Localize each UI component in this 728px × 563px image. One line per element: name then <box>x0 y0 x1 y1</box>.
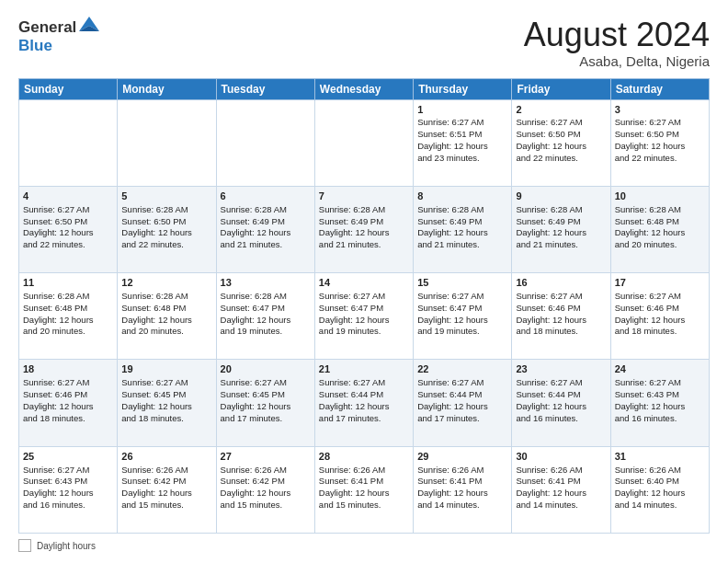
calendar-cell: 5Sunrise: 6:28 AMSunset: 6:50 PMDaylight… <box>118 186 216 272</box>
cell-line: Sunset: 6:50 PM <box>516 129 606 141</box>
cell-line: and 14 minutes. <box>417 500 507 511</box>
cell-line: and 16 minutes. <box>615 413 705 425</box>
cell-line: Sunset: 6:49 PM <box>516 216 606 228</box>
cell-line: Sunrise: 6:28 AM <box>516 204 606 216</box>
cell-line: Daylight: 12 hours <box>417 141 507 153</box>
cell-line: and 18 minutes. <box>615 326 705 338</box>
cell-line: Sunrise: 6:27 AM <box>516 291 606 303</box>
day-number: 17 <box>615 276 705 290</box>
calendar-cell: 16Sunrise: 6:27 AMSunset: 6:46 PMDayligh… <box>512 273 610 360</box>
cell-line: and 20 minutes. <box>121 326 211 338</box>
calendar-day-header: Friday <box>512 78 610 99</box>
calendar-cell: 14Sunrise: 6:27 AMSunset: 6:47 PMDayligh… <box>314 273 413 360</box>
day-number: 18 <box>23 362 113 376</box>
day-number: 28 <box>319 450 409 464</box>
cell-line: Sunset: 6:47 PM <box>319 303 409 315</box>
subtitle: Asaba, Delta, Nigeria <box>524 53 710 69</box>
cell-line: and 14 minutes. <box>615 500 705 511</box>
cell-line: Daylight: 12 hours <box>221 227 311 239</box>
daylight-label: Daylight hours <box>37 541 96 551</box>
cell-line: Sunset: 6:45 PM <box>221 389 311 401</box>
cell-line: Daylight: 12 hours <box>516 488 606 500</box>
calendar-cell: 10Sunrise: 6:28 AMSunset: 6:48 PMDayligh… <box>610 186 709 272</box>
calendar-day-header: Tuesday <box>216 78 314 99</box>
cell-line: Daylight: 12 hours <box>615 401 705 413</box>
cell-line: Sunrise: 6:27 AM <box>23 465 113 477</box>
day-number: 6 <box>221 190 311 203</box>
cell-line: Sunrise: 6:27 AM <box>417 117 507 129</box>
cell-line: Sunset: 6:44 PM <box>417 389 507 401</box>
cell-line: Sunrise: 6:28 AM <box>221 291 311 303</box>
calendar-week-row: 1Sunrise: 6:27 AMSunset: 6:51 PMDaylight… <box>19 99 710 186</box>
cell-line: Sunset: 6:51 PM <box>417 129 507 141</box>
cell-line: Sunrise: 6:28 AM <box>23 291 113 303</box>
cell-line: and 20 minutes. <box>23 326 113 338</box>
calendar-cell: 17Sunrise: 6:27 AMSunset: 6:46 PMDayligh… <box>610 273 709 360</box>
calendar-cell: 31Sunrise: 6:26 AMSunset: 6:40 PMDayligh… <box>610 446 709 533</box>
cell-line: and 16 minutes. <box>516 413 606 425</box>
day-number: 26 <box>121 450 211 464</box>
day-number: 7 <box>319 190 409 203</box>
cell-line: and 17 minutes. <box>417 413 507 425</box>
cell-line: Daylight: 12 hours <box>221 315 311 327</box>
cell-line: Sunset: 6:48 PM <box>23 303 113 315</box>
cell-line: and 23 minutes. <box>417 153 507 165</box>
day-number: 15 <box>417 276 507 290</box>
cell-line: Sunrise: 6:27 AM <box>516 117 606 129</box>
cell-line: Daylight: 12 hours <box>23 401 113 413</box>
cell-line: Sunset: 6:46 PM <box>516 303 606 315</box>
calendar-cell: 20Sunrise: 6:27 AMSunset: 6:45 PMDayligh… <box>216 360 314 446</box>
calendar-day-header: Monday <box>118 78 216 99</box>
cell-line: Sunset: 6:42 PM <box>121 476 211 488</box>
calendar-cell: 28Sunrise: 6:26 AMSunset: 6:41 PMDayligh… <box>314 446 413 533</box>
logo-general-text: General <box>18 18 76 37</box>
cell-line: Daylight: 12 hours <box>615 227 705 239</box>
day-number: 14 <box>319 276 409 290</box>
cell-line: Sunset: 6:43 PM <box>615 389 705 401</box>
calendar-week-row: 18Sunrise: 6:27 AMSunset: 6:46 PMDayligh… <box>19 360 710 446</box>
calendar-day-header: Saturday <box>610 78 709 99</box>
cell-line: Sunrise: 6:26 AM <box>615 465 705 477</box>
cell-line: Daylight: 12 hours <box>221 401 311 413</box>
cell-line: and 21 minutes. <box>417 239 507 251</box>
day-number: 10 <box>615 190 705 203</box>
footer: Daylight hours <box>18 539 710 552</box>
calendar-day-header: Sunday <box>19 78 118 99</box>
cell-line: and 18 minutes. <box>23 413 113 425</box>
cell-line: Sunrise: 6:27 AM <box>221 377 311 389</box>
cell-line: and 21 minutes. <box>221 239 311 251</box>
cell-line: Daylight: 12 hours <box>23 488 113 500</box>
cell-line: Sunrise: 6:28 AM <box>319 204 409 216</box>
calendar-cell: 11Sunrise: 6:28 AMSunset: 6:48 PMDayligh… <box>19 273 118 360</box>
calendar-cell: 23Sunrise: 6:27 AMSunset: 6:44 PMDayligh… <box>512 360 610 446</box>
calendar-cell: 4Sunrise: 6:27 AMSunset: 6:50 PMDaylight… <box>19 186 118 272</box>
month-title: August 2024 <box>524 17 710 53</box>
cell-line: Sunset: 6:49 PM <box>319 216 409 228</box>
cell-line: Sunrise: 6:26 AM <box>516 465 606 477</box>
cell-line: Daylight: 12 hours <box>319 227 409 239</box>
cell-line: Sunset: 6:48 PM <box>121 303 211 315</box>
cell-line: and 20 minutes. <box>615 239 705 251</box>
footer-box <box>18 539 31 552</box>
cell-line: Sunrise: 6:27 AM <box>615 377 705 389</box>
cell-line: and 18 minutes. <box>516 326 606 338</box>
day-number: 5 <box>121 190 211 203</box>
day-number: 3 <box>615 103 705 117</box>
cell-line: Daylight: 12 hours <box>516 315 606 327</box>
calendar-cell <box>216 99 314 186</box>
cell-line: Sunset: 6:47 PM <box>221 303 311 315</box>
calendar-cell: 2Sunrise: 6:27 AMSunset: 6:50 PMDaylight… <box>512 99 610 186</box>
day-number: 16 <box>516 276 606 290</box>
calendar-cell: 13Sunrise: 6:28 AMSunset: 6:47 PMDayligh… <box>216 273 314 360</box>
day-number: 13 <box>221 276 311 290</box>
cell-line: Sunrise: 6:27 AM <box>417 291 507 303</box>
cell-line: Daylight: 12 hours <box>319 315 409 327</box>
cell-line: and 17 minutes. <box>319 413 409 425</box>
cell-line: Sunrise: 6:27 AM <box>319 291 409 303</box>
cell-line: and 16 minutes. <box>23 500 113 511</box>
cell-line: Daylight: 12 hours <box>121 315 211 327</box>
day-number: 1 <box>417 103 507 117</box>
calendar-cell: 29Sunrise: 6:26 AMSunset: 6:41 PMDayligh… <box>414 446 512 533</box>
cell-line: and 14 minutes. <box>516 500 606 511</box>
cell-line: Daylight: 12 hours <box>417 401 507 413</box>
